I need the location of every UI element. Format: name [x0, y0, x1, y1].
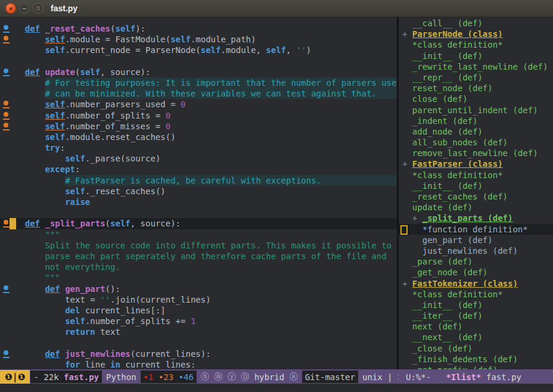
code-line[interactable]: self.number_of_splits += 1 — [0, 316, 397, 326]
code-line[interactable]: self.number_parsers_used = 0 — [0, 99, 397, 110]
code-line[interactable]: def update(self, source): — [0, 67, 397, 77]
code-token: current_lines[:] — [80, 305, 165, 316]
code-token — [5, 142, 45, 153]
imenu-entry[interactable]: *class definition* — [399, 289, 553, 300]
imenu-entry-label: _get_prefix (def) — [412, 365, 498, 369]
flycheck-segment[interactable]: •1 •23 •46 — [140, 370, 197, 384]
imenu-entry[interactable]: _close (def) — [399, 343, 553, 354]
imenu-entry[interactable]: __iter__ (def) — [399, 310, 553, 321]
minor-modes-segment[interactable]: ⓢ ⓐ ⓨ Ⓓ hybrid Ⓚ — [197, 370, 302, 384]
imenu-entry[interactable]: all_sub_nodes (def) — [399, 137, 553, 148]
code-line[interactable]: self.number_of_splits = 0 — [0, 110, 397, 121]
imenu-entry-label: remove_last_newline (def) — [412, 148, 538, 158]
imenu-entry[interactable]: __init__ (def) — [399, 300, 553, 310]
code-line[interactable]: self._reset_caches() — [0, 186, 397, 197]
code-line[interactable]: self._parse(source) — [0, 153, 397, 164]
imenu-entry[interactable]: *function definition* — [399, 224, 553, 235]
imenu-entry-label: __call__ (def) — [412, 18, 483, 28]
imenu-entry[interactable]: __next__ (def) — [399, 332, 553, 343]
code-token: '' — [100, 294, 110, 305]
code-line[interactable]: self.current_node = ParserNode(self.modu… — [0, 45, 397, 55]
code-line[interactable]: def _reset_caches(self): — [0, 23, 397, 34]
code-token: _reset_caches — [45, 23, 110, 34]
code-token: '' — [296, 45, 306, 55]
imenu-entry[interactable]: *class definition* — [399, 39, 553, 50]
imenu-list-sidebar[interactable]: __call__ (def)+ ParserNode (class) *clas… — [399, 17, 553, 369]
imenu-entry[interactable]: _rewrite_last_newline (def) — [399, 61, 553, 72]
git-branch-segment[interactable]: Git-master — [302, 370, 359, 384]
code-line[interactable]: try: — [0, 142, 397, 153]
imenu-entry[interactable]: __call__ (def) — [399, 18, 553, 29]
imenu-entry[interactable]: + FastTokenizer (class) — [399, 278, 553, 289]
code-token: .number_of_splits = — [65, 110, 166, 121]
imenu-entry[interactable]: _finish_dedents (def) — [399, 354, 553, 365]
code-line[interactable]: except: — [0, 164, 397, 175]
code-token — [5, 197, 65, 207]
code-line[interactable]: # FastParser is cached, be careful with … — [0, 175, 397, 186]
code-line[interactable]: def just_newlines(current_lines): — [0, 349, 397, 359]
imenu-entry[interactable]: reset_node (def) — [399, 83, 553, 94]
code-line[interactable]: # can be minimized. With these variables… — [0, 88, 397, 99]
modeline-left: ❶|❶- 22k fast.pyPython•1 •23 •46ⓢ ⓐ ⓨ Ⓓ … — [0, 370, 399, 384]
imenu-entry[interactable]: just_newlines (def) — [399, 245, 553, 256]
code-line[interactable] — [0, 207, 397, 218]
imenu-entry[interactable]: __repr__ (def) — [399, 72, 553, 83]
code-line[interactable]: # For testing purposes: It is important … — [0, 77, 397, 88]
code-line[interactable]: raise — [0, 197, 397, 207]
code-line[interactable]: parse each part seperately and therefore… — [0, 251, 397, 262]
buffer-info-segment[interactable]: - 22k fast.py — [30, 370, 102, 384]
code-token: , source): — [131, 218, 181, 229]
major-mode-segment[interactable]: Python — [102, 370, 140, 384]
imenu-entry[interactable]: __init__ (def) — [399, 51, 553, 61]
imenu-entry[interactable]: + ParserNode (class) — [399, 29, 553, 39]
code-token: not everything. — [45, 262, 120, 272]
close-button[interactable]: × — [5, 3, 16, 14]
imenu-entry[interactable]: close (def) — [399, 94, 553, 104]
minimize-button[interactable]: − — [19, 3, 30, 14]
imenu-entry[interactable]: __init__ (def) — [399, 181, 553, 191]
imenu-entry[interactable]: _parse (def) — [399, 256, 553, 267]
maximize-button[interactable]: □ — [33, 3, 44, 14]
code-line[interactable]: self.module.reset_caches() — [0, 132, 397, 142]
code-line[interactable]: text = ''.join(current_lines) — [0, 294, 397, 305]
imenu-entry[interactable]: _get_node (def) — [399, 267, 553, 278]
imenu-entry-label: FastParser (class) — [412, 159, 503, 169]
window-numbers-segment[interactable]: ❶|❶ — [0, 370, 30, 384]
imenu-entry[interactable]: next (def) — [399, 321, 553, 332]
code-line[interactable] — [0, 56, 397, 67]
imenu-entry[interactable]: + FastParser (class) — [399, 158, 553, 169]
code-line[interactable]: def _split_parts(self, source): — [0, 218, 397, 229]
code-line[interactable]: for line in current_lines: — [0, 359, 397, 369]
code-line[interactable]: not everything. — [0, 262, 397, 272]
code-line[interactable] — [0, 337, 397, 348]
code-token: try — [45, 142, 60, 153]
code-token: .number_of_misses = — [65, 121, 166, 132]
imenu-entry-label: _parse (def) — [412, 257, 473, 266]
ilist-modeline[interactable]: U:%*- *Ilist* fast.py — [399, 370, 553, 384]
flycheck-warning-marker-icon — [3, 111, 10, 120]
code-line[interactable]: return text — [0, 326, 397, 337]
imenu-entry[interactable]: add_node (def) — [399, 126, 553, 137]
code-line[interactable]: Split the source code into different par… — [0, 240, 397, 251]
encoding-segment[interactable]: unix | 2 — [359, 370, 399, 384]
imenu-entry[interactable]: *class definition* — [399, 170, 553, 181]
imenu-entry[interactable]: + _split_parts (def) — [399, 213, 553, 223]
imenu-entry[interactable]: _reset_caches (def) — [399, 191, 553, 202]
imenu-entry[interactable]: remove_last_newline (def) — [399, 148, 553, 158]
code-line[interactable]: def gen_part(): — [0, 284, 397, 294]
imenu-entry[interactable]: _get_prefix (def) — [399, 365, 553, 369]
imenu-entry[interactable]: gen_part (def) — [399, 235, 553, 245]
imenu-entry[interactable]: update (def) — [399, 202, 553, 213]
code-token: self — [80, 67, 100, 77]
code-token: self — [65, 186, 85, 197]
code-line[interactable]: """ — [0, 272, 397, 283]
code-line[interactable]: self.module = FastModule(self.module_pat… — [0, 34, 397, 45]
imenu-entry[interactable]: _indent (def) — [399, 116, 553, 126]
imenu-entry-label: __iter__ (def) — [412, 311, 483, 321]
imenu-entry[interactable]: parent_until_indent (def) — [399, 105, 553, 116]
code-line[interactable]: """ — [0, 229, 397, 240]
code-token — [5, 132, 45, 142]
code-line[interactable]: self.number_of_misses = 0 — [0, 121, 397, 132]
code-line[interactable]: del current_lines[:] — [0, 305, 397, 316]
code-editor[interactable]: def _reset_caches(self): self.module = F… — [0, 17, 397, 369]
